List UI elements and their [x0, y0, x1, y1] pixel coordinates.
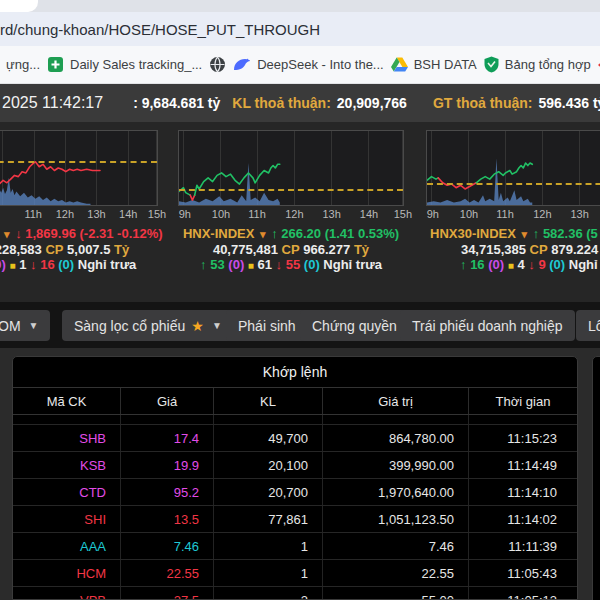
time-cell: 11:11:39 — [469, 533, 577, 559]
col-gia[interactable]: Giá — [121, 388, 214, 414]
menu-trai-phieu-doanh-nghiep[interactable]: Trái phiếu doanh nghiệp — [400, 310, 575, 341]
bookmark-deepseek[interactable]: DeepSeek - Into the... — [233, 57, 383, 72]
chevron-down-icon[interactable]: ▾ — [258, 228, 268, 240]
menu-om[interactable]: OM▼ — [0, 310, 50, 341]
index-volume-hnx: 40,775,481 CP 966.277 Tỷ — [178, 242, 404, 257]
col-thoi-gian[interactable]: Thời gian — [469, 388, 577, 414]
main-menu-bar: OM▼ Sàng lọc cổ phiếu★▼ Phái sinh▼ Chứng… — [0, 302, 600, 348]
price-cell: 19.9 — [121, 452, 214, 478]
kl-cell: 2 — [214, 587, 323, 600]
kl-cell: 20,700 — [214, 479, 323, 505]
index-summary-vnindex: ▾ ↓ 1,869.96 (-2.31 -0.12%) — [2, 226, 163, 241]
advancers-ceiling: (0) — [228, 257, 244, 272]
price-line-dip — [190, 195, 194, 200]
ty-unit: Tỷ — [114, 242, 129, 257]
value-cell: 22.55 — [323, 560, 469, 586]
volume-value: 879.224 — [551, 242, 598, 257]
index-summary-hnx: HNX-INDEX ▾ ↑ 266.20 (1.41 0.53%) — [178, 226, 404, 241]
bookmarks-bar: ựng... Daily Sales tracking_... DeepSeek… — [0, 46, 600, 84]
price-cell: 95.2 — [121, 479, 214, 505]
ty-unit: Tỷ — [354, 242, 369, 257]
decliners-count: 9 — [538, 257, 545, 272]
chevron-down-icon[interactable]: ▾ — [2, 228, 12, 240]
table-row[interactable]: SHI13.577,8611,051,123.5011:14:02 — [13, 506, 577, 533]
col-kl[interactable]: KL — [214, 388, 323, 414]
chevron-down-icon: ▼ — [212, 320, 222, 331]
url-text[interactable]: rd/chung-khoan/HOSE/HOSE_PUT_THROUGH — [0, 21, 320, 38]
table-row[interactable]: SHB17.449,700864,780.0011:15:23 — [13, 425, 577, 452]
decliners-floor: (0) — [304, 257, 320, 272]
bookmark-bang-tong-hop[interactable]: Bảng tổng hợp — [484, 56, 591, 73]
session-note: Nghỉ trưa — [323, 257, 382, 272]
symbol-cell: SHI — [13, 506, 121, 532]
volume-shares: 34,715,385 — [461, 242, 526, 257]
advancers-ceiling: (0) — [0, 257, 6, 272]
decliners-floor: (0) — [549, 257, 565, 272]
chart-panel-hnx30[interactable] — [426, 130, 600, 206]
x-axis-labels: 9h10h11h12h13h14h15h — [178, 208, 404, 224]
value-cell: 55.00 — [323, 587, 469, 600]
value-cell: 7.46 — [323, 533, 469, 559]
index-value: 582.36 (5 — [543, 226, 598, 241]
index-charts-section: 11h12h13h14h15h 9h10h11h12h13h14h15h 9h1… — [0, 122, 600, 302]
bookmark-bsh-data[interactable]: BSH DATA — [391, 57, 477, 72]
unchanged-count: 4 — [517, 257, 524, 272]
cp-unit: CP — [45, 242, 63, 257]
chevron-down-icon: ▼ — [29, 320, 39, 331]
col-ma-ck[interactable]: Mã CK — [13, 388, 121, 414]
browser-url-bar[interactable]: rd/chung-khoan/HOSE/HOSE_PUT_THROUGH — [0, 12, 600, 46]
matched-value: : 9,684.681 tỷ — [133, 95, 220, 111]
kl-cell: 77,861 — [214, 506, 323, 532]
volume-series — [427, 158, 532, 205]
sparkline-chart — [0, 131, 157, 205]
bookmark-daily-sales[interactable]: Daily Sales tracking_... — [47, 56, 202, 73]
time-cell: 11:15:23 — [469, 425, 577, 451]
chart-panel-hnx[interactable] — [178, 130, 404, 206]
table-row[interactable]: AAA7.4617.4611:11:39 — [13, 533, 577, 560]
symbol-cell: SHB — [13, 425, 121, 451]
gt-thoa-thuan-value: 596.436 tỷ — [538, 95, 600, 111]
chart-panel-vnindex[interactable] — [0, 130, 158, 206]
x-axis-labels: 11h12h13h14h15h — [0, 208, 158, 224]
value-cell: 1,970,640.00 — [323, 479, 469, 505]
reference-square-icon: ■ — [508, 260, 514, 271]
table-row[interactable]: CTD95.220,7001,970,640.0011:14:10 — [13, 479, 577, 506]
bookmark-globe[interactable] — [209, 56, 226, 73]
index-summary-hnx30: HNX30-INDEX ▾ ↑ 582.36 (5 — [430, 226, 598, 241]
bookmark-label: BSH DATA — [414, 57, 477, 72]
market-stats-bar: 2025 11:42:17 : 9,684.681 tỷ KL thoả thu… — [0, 84, 600, 122]
chevron-down-icon[interactable]: ▾ — [520, 228, 530, 240]
sparkline-chart — [427, 131, 600, 205]
table-row[interactable]: HCM22.55122.5511:05:43 — [13, 560, 577, 587]
table-row[interactable]: VPB27.5255.0011:05:13 — [13, 587, 577, 600]
menu-chung-quyen[interactable]: Chứng quyền — [300, 310, 409, 341]
deepseek-whale-icon — [233, 58, 251, 72]
matched-orders-section: Khớp lệnh Mã CK Giá KL Giá trị Thời gian… — [0, 348, 600, 600]
kl-cell: 1 — [214, 560, 323, 586]
adjacent-panel-edge — [592, 356, 600, 600]
advancers-count: 16 — [470, 257, 484, 272]
cp-unit: CP — [530, 242, 548, 257]
kl-cell: 49,700 — [214, 425, 323, 451]
index-volume-vnindex: 228,583 CP 5,007.5 Tỷ — [0, 242, 158, 257]
cp-unit: CP — [282, 242, 300, 257]
value-cell: 399,990.00 — [323, 452, 469, 478]
globe-icon — [209, 56, 226, 73]
trades-tbody: SHB17.449,700864,780.0011:15:23KSB19.920… — [13, 425, 577, 600]
symbol-cell: KSB — [13, 452, 121, 478]
price-cell: 17.4 — [121, 425, 214, 451]
gt-thoa-thuan-label: GT thoả thuận: — [433, 95, 533, 111]
decliners-count: 16 — [40, 257, 54, 272]
star-icon: ★ — [191, 318, 204, 334]
reference-square-icon: ■ — [248, 260, 254, 271]
table-row[interactable]: KSB19.920,100399,990.0011:14:49 — [13, 452, 577, 479]
bookmark-ung[interactable]: ựng... — [6, 57, 40, 72]
index-name: HNX30-INDEX — [430, 226, 516, 241]
menu-sang-loc-co-phieu[interactable]: Sàng lọc cổ phiếu★▼ — [62, 310, 234, 341]
price-cell: 22.55 — [121, 560, 214, 586]
volume-value: 966.277 — [303, 242, 350, 257]
col-gia-tri[interactable]: Giá trị — [323, 388, 469, 414]
menu-lo-le[interactable]: Lô l — [576, 310, 600, 341]
volume-shares: 228,583 — [0, 242, 42, 257]
up-arrow-icon: ↑ — [271, 226, 278, 241]
